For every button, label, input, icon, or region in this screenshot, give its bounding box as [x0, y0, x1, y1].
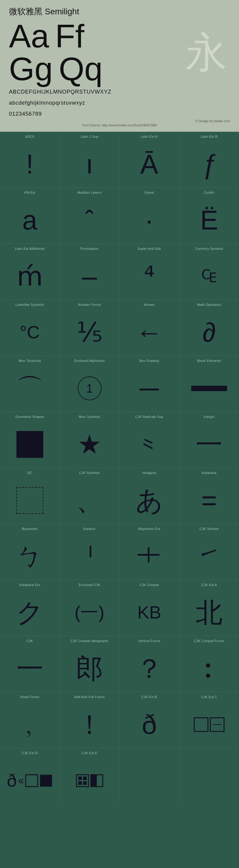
- glyph-number-forms: ⅕: [77, 309, 103, 356]
- label-latin-ext-additional: Latin Ext Additional: [15, 247, 45, 251]
- box-svg-2: [210, 717, 225, 732]
- glyph-misc-technical: ⌒: [17, 366, 43, 412]
- cell-greek: Greek ·: [120, 188, 179, 244]
- glyph-vertical-forms: ？: [136, 646, 163, 692]
- label-enclosed-alphanum: Enclosed Alphanum: [74, 359, 105, 363]
- glyph-cjk-symbols: 、: [76, 477, 103, 524]
- glyph-arrows: ←: [136, 309, 163, 356]
- cell-cjk-symbols: CJK Symbols 、: [60, 468, 120, 524]
- glyph-cjk-ext-e: [76, 758, 103, 804]
- label-vertical-forms: Vertical Forms: [138, 639, 160, 643]
- glyph-cjk-ext-d: ð «: [7, 758, 53, 804]
- cell-bopomofo-ext: Bopomofo Ext ㆺ: [120, 524, 179, 580]
- label-math-operators: Math Operators: [197, 303, 221, 307]
- cell-cjk-compat-ideographs: CJK Compat Ideographs 郎: [60, 636, 120, 692]
- glyph-half-full-forms: ！: [76, 702, 103, 748]
- label-misc-symbols: Misc Symbols: [79, 415, 100, 419]
- label-hiragana: Hiragana: [142, 471, 156, 475]
- svg-rect-8: [78, 781, 82, 785]
- box-svg-d2: [39, 774, 53, 787]
- svg-rect-11: [91, 775, 97, 786]
- cell-latin-ext-a: Latin Ext A Ā: [120, 132, 179, 187]
- glyph-kangxi: ⼀: [196, 422, 222, 468]
- glyph-super-and-sub: ⁴: [144, 253, 155, 300]
- cell-cjk-ext-d: CJK Ext D ð «: [0, 748, 60, 804]
- block-rect: [191, 386, 227, 391]
- cell-cjk-ext-e: CJK Ext E: [60, 748, 120, 804]
- glyph-enclosed-cjk: (一): [75, 590, 105, 636]
- box-svg-e1: [76, 774, 89, 787]
- glyph-cjk-compat-ideographs: 郎: [76, 646, 103, 692]
- glyph-hiragana: あ: [136, 477, 163, 524]
- glyph-punctuation: –: [82, 253, 97, 300]
- label-katakana: Katakana: [202, 471, 217, 475]
- label-super-and-sub: Super And Sub: [138, 247, 161, 251]
- glyph-letterlike-symbols: °C: [20, 309, 40, 356]
- cell-cyrillic: Cyrillic Ё: [179, 188, 239, 244]
- cell-latin-ext-additional: Latin Ext Additional ḿ: [0, 244, 60, 300]
- cell-cjk-compat-forms: CJK Compat Forms ︰: [179, 636, 239, 692]
- label-greek: Greek: [144, 191, 154, 195]
- svg-rect-7: [83, 776, 87, 780]
- label-geometric-shapes: Geometric Shapes: [16, 415, 44, 419]
- big-qq: Qq: [59, 53, 103, 85]
- font-title: 微软雅黑 Semilight: [9, 6, 230, 17]
- label-letterlike-symbols: Letterlike Symbols: [16, 303, 44, 307]
- cell-enclosed-cjk: Enclosed CJK (一): [60, 580, 120, 636]
- glyph-bopomofo-ext: ㆺ: [136, 533, 163, 580]
- svg-rect-0: [194, 718, 208, 732]
- label-dc: DC: [27, 471, 32, 475]
- cell-small-forms: Small Forms ﹐: [0, 692, 60, 748]
- grid-row-10: CJK 一 CJK Compat Ideographs 郎 Vertical F…: [0, 636, 239, 692]
- label-cjk-radicals-sup: CJK Radicals Sup: [135, 415, 163, 419]
- svg-rect-3: [26, 775, 38, 786]
- glyph-ascii: !: [26, 141, 33, 188]
- svg-rect-9: [83, 781, 87, 785]
- label-half-full-forms: Half And Full Forms: [74, 695, 105, 699]
- cell-block-elements: Block Elements: [179, 356, 239, 412]
- cell-box-drawing: Box Drawing ─: [120, 356, 179, 412]
- cell-latin-ext-b: Latin Ext B ƒ: [179, 132, 239, 187]
- svg-rect-6: [78, 776, 82, 780]
- cell-arrows: Arrows ←: [120, 300, 179, 355]
- grid-row-7: DC CJK Symbols 、 Hiragana あ Katakana =: [0, 468, 239, 524]
- grid-row-1: ASCII ! Latin 1 Sup ı Latin Ext A Ā Lati…: [0, 132, 239, 188]
- cell-kanbun: Kanbun ㆐: [60, 524, 120, 580]
- cell-misc-technical: Misc Technical ⌒: [0, 356, 60, 412]
- glyph-kanbun: ㆐: [76, 533, 103, 580]
- label-cjk-compat-forms: CJK Compat Forms: [194, 639, 224, 643]
- cell-modifier-letters: Modifier Letters ˆ: [60, 188, 120, 244]
- box-svg-d1: [25, 774, 38, 787]
- label-cjk-symbols: CJK Symbols: [79, 471, 100, 475]
- svg-rect-4: [40, 775, 52, 786]
- label-block-elements: Block Elements: [197, 359, 221, 363]
- digits: 0123456789: [9, 110, 230, 118]
- label-punctuation: Punctuation: [80, 247, 99, 251]
- grid-row-4: Letterlike Symbols °C Number Forms ⅕ Arr…: [0, 300, 239, 356]
- big-chars-display: Aa Ff Gg Qq 永: [9, 20, 230, 85]
- copyright: © Design by fontke.com: [9, 119, 230, 123]
- grid-row-5: Misc Technical ⌒ Enclosed Alphanum 1 Box…: [0, 356, 239, 412]
- cjk-ext-d-char2: «: [18, 775, 24, 786]
- header-section: 微软雅黑 Semilight Aa Ff Gg Qq 永 ABCDEFGHIJK…: [0, 0, 239, 132]
- label-bopomofo: Bopomofo: [22, 527, 38, 531]
- label-number-forms: Number Forms: [78, 303, 101, 307]
- grid-row-11: Small Forms ﹐ Half And Full Forms ！ CJK …: [0, 692, 239, 748]
- glyph-greek: ·: [145, 197, 153, 244]
- label-enclosed-cjk: Enclosed CJK: [79, 583, 100, 587]
- label-cjk-strokes: CJK Strokes: [200, 527, 219, 531]
- grid-row-3: Latin Ext Additional ḿ Punctuation – Sup…: [0, 244, 239, 300]
- cell-geometric-shapes: Geometric Shapes: [0, 412, 60, 468]
- cell-cjk-ext-a: CJK Ext A 北: [179, 580, 239, 636]
- cell-cjk: CJK 一: [0, 636, 60, 692]
- cell-empty-2: [179, 748, 239, 804]
- glyph-geometric-shapes: [17, 422, 43, 468]
- glyph-cjk-ext-a: 北: [196, 590, 222, 636]
- cell-ascii: ASCII !: [0, 132, 60, 187]
- big-gg: Gg: [9, 53, 53, 85]
- cell-currency-symbols: Currency Symbols ₠: [179, 244, 239, 300]
- label-cyrillic: Cyrillic: [204, 191, 214, 195]
- cell-punctuation: Punctuation –: [60, 244, 120, 300]
- cell-cjk-radicals-sup: CJK Radicals Sup ⺀: [120, 412, 179, 468]
- label-arrows: Arrows: [144, 303, 155, 307]
